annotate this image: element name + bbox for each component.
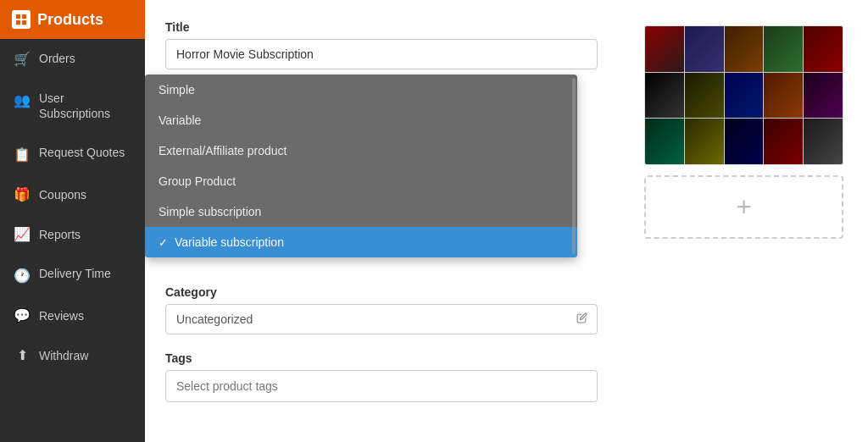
movie-poster-12 xyxy=(685,119,724,164)
sidebar-item-withdraw-label: Withdraw xyxy=(39,348,88,363)
dropdown-option-group-product-label: Group Product xyxy=(159,174,236,188)
movie-poster-1 xyxy=(645,26,684,72)
dropdown-option-simple-label: Simple xyxy=(159,83,195,97)
withdraw-icon: ⬆ xyxy=(14,347,31,363)
dropdown-option-variable-subscription[interactable]: ✓ Variable subscription xyxy=(145,227,577,257)
product-images-grid xyxy=(644,25,843,165)
category-edit-icon[interactable] xyxy=(576,312,587,326)
dropdown-option-external-affiliate[interactable]: External/Affiliate product xyxy=(145,135,577,166)
sidebar-header-label: Products xyxy=(37,11,103,29)
sidebar-item-orders[interactable]: 🛒 Orders xyxy=(0,39,145,79)
movie-poster-2 xyxy=(685,26,724,72)
main-content: Title Simple Variable External/Affiliate… xyxy=(145,0,868,442)
image-area: + xyxy=(644,25,848,239)
movie-poster-13 xyxy=(725,119,764,164)
user-subscriptions-icon: 👥 xyxy=(14,92,31,108)
sidebar-item-user-subscriptions-label: User Subscriptions xyxy=(39,91,131,121)
sidebar-item-reports-label: Reports xyxy=(39,227,81,242)
dropdown-option-variable[interactable]: Variable xyxy=(145,105,577,135)
request-quotes-icon: 📋 xyxy=(14,146,31,163)
sidebar-item-delivery-time-label: Delivery Time xyxy=(39,266,111,281)
dropdown-option-variable-label: Variable xyxy=(159,113,201,127)
category-section: Category xyxy=(165,285,848,334)
movie-poster-4 xyxy=(764,26,803,72)
movie-poster-9 xyxy=(764,73,803,119)
sidebar-item-coupons-label: Coupons xyxy=(39,187,86,202)
sidebar-item-delivery-time[interactable]: 🕐 Delivery Time xyxy=(0,254,145,296)
dropdown-scrollbar[interactable] xyxy=(572,78,576,254)
reviews-icon: 💬 xyxy=(14,307,31,323)
upload-area[interactable]: + xyxy=(644,175,843,239)
selected-checkmark: ✓ xyxy=(159,236,168,249)
movie-poster-7 xyxy=(685,73,724,119)
sidebar-item-reports[interactable]: 📈 Reports xyxy=(0,214,145,254)
sidebar-item-coupons[interactable]: 🎁 Coupons xyxy=(0,174,145,214)
dropdown-option-external-affiliate-label: External/Affiliate product xyxy=(159,144,287,157)
orders-icon: 🛒 xyxy=(14,51,31,67)
category-input[interactable] xyxy=(165,304,598,334)
product-type-dropdown: Simple Variable External/Affiliate produ… xyxy=(145,75,577,257)
dropdown-option-group-product[interactable]: Group Product xyxy=(145,166,577,196)
tags-section: Tags xyxy=(165,351,848,402)
sidebar-item-withdraw[interactable]: ⬆ Withdraw xyxy=(0,335,145,375)
svg-rect-2 xyxy=(16,20,20,25)
tags-input[interactable] xyxy=(165,370,598,402)
movie-poster-14 xyxy=(764,119,803,164)
delivery-time-icon: 🕐 xyxy=(14,268,31,284)
sidebar-item-user-subscriptions[interactable]: 👥 User Subscriptions xyxy=(0,79,145,133)
sidebar-item-request-quotes[interactable]: 📋 Request Quotes xyxy=(0,133,145,174)
movie-poster-10 xyxy=(804,73,843,119)
movie-poster-3 xyxy=(725,26,764,72)
title-input[interactable] xyxy=(165,39,598,69)
sidebar: Products 🛒 Orders 👥 User Subscriptions 📋… xyxy=(0,0,145,442)
dropdown-option-simple-subscription[interactable]: Simple subscription xyxy=(145,196,577,227)
svg-rect-3 xyxy=(22,20,26,25)
tags-label: Tags xyxy=(165,351,848,365)
sidebar-item-reviews-label: Reviews xyxy=(39,308,84,323)
sidebar-item-reviews[interactable]: 💬 Reviews xyxy=(0,296,145,335)
coupons-icon: 🎁 xyxy=(14,186,31,202)
movie-poster-11 xyxy=(645,119,684,164)
movie-poster-8 xyxy=(725,73,764,119)
svg-rect-1 xyxy=(22,14,26,19)
sidebar-item-orders-label: Orders xyxy=(39,51,75,66)
movie-poster-15 xyxy=(804,119,843,164)
movie-poster-6 xyxy=(645,73,684,119)
category-label: Category xyxy=(165,285,848,299)
reports-icon: 📈 xyxy=(14,226,31,242)
upload-plus-icon: + xyxy=(736,191,752,223)
sidebar-header[interactable]: Products xyxy=(0,0,145,39)
sidebar-item-request-quotes-label: Request Quotes xyxy=(39,145,125,160)
dropdown-option-variable-subscription-label: Variable subscription xyxy=(175,235,284,249)
dropdown-option-simple[interactable]: Simple xyxy=(145,75,577,105)
category-wrapper xyxy=(165,304,598,334)
products-icon xyxy=(12,10,31,29)
movie-poster-5 xyxy=(804,26,843,72)
svg-rect-0 xyxy=(16,14,20,19)
dropdown-option-simple-subscription-label: Simple subscription xyxy=(159,205,261,218)
